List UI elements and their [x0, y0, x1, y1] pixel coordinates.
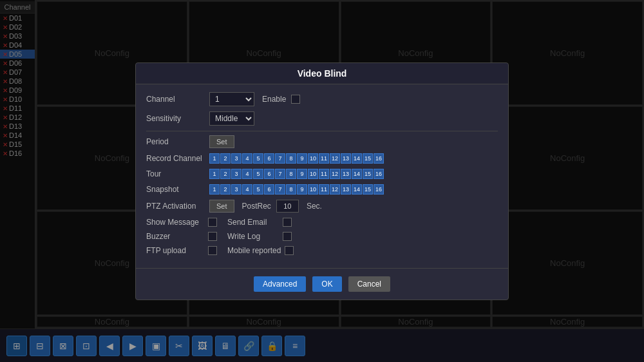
ch-btn-7[interactable]: 7: [275, 184, 285, 195]
ch-btn-7[interactable]: 7: [275, 169, 285, 179]
period-row: Period Set: [146, 135, 498, 148]
ch-btn-5[interactable]: 5: [253, 169, 263, 179]
ftp-sub: FTP upload: [146, 246, 217, 255]
ch-btn-16[interactable]: 16: [374, 184, 384, 195]
ch-btn-9[interactable]: 9: [297, 184, 307, 195]
show-message-checkbox[interactable]: [208, 218, 217, 227]
ch-btn-10[interactable]: 10: [308, 153, 318, 164]
record-channel-row: Record Channel 12345678910111213141516: [146, 153, 498, 164]
ch-btn-5[interactable]: 5: [253, 153, 263, 164]
ch-btn-14[interactable]: 14: [352, 184, 362, 195]
ptz-label: PTZ Activation: [146, 202, 204, 211]
buzzer-checkbox[interactable]: [208, 232, 217, 241]
channel-row: Channel 1234 Enable: [146, 92, 498, 106]
ch-btn-13[interactable]: 13: [341, 184, 351, 195]
snapshot-grid: 12345678910111213141516: [209, 184, 384, 195]
send-email-checkbox[interactable]: [283, 218, 292, 227]
record-channel-label: Record Channel: [146, 154, 204, 163]
ch-btn-4[interactable]: 4: [242, 184, 252, 195]
record-channel-grid: 12345678910111213141516: [209, 153, 384, 164]
ch-btn-10[interactable]: 10: [308, 184, 318, 195]
sec-label: Sec.: [307, 202, 322, 211]
snapshot-label: Snapshot: [146, 185, 204, 194]
ch-btn-1[interactable]: 1: [209, 169, 220, 179]
snapshot-row: Snapshot 12345678910111213141516: [146, 184, 498, 195]
ch-btn-12[interactable]: 12: [330, 169, 340, 179]
ch-btn-6[interactable]: 6: [264, 169, 274, 179]
modal-title: Video Blind: [136, 63, 508, 84]
show-message-row: Show Message Send Email: [146, 218, 498, 227]
postrec-label: PostRec: [242, 202, 271, 211]
tour-grid: 12345678910111213141516: [209, 169, 384, 179]
mobile-checkbox[interactable]: [285, 246, 294, 255]
ch-btn-13[interactable]: 13: [341, 153, 351, 164]
ch-btn-4[interactable]: 4: [242, 153, 252, 164]
ch-btn-2[interactable]: 2: [220, 184, 231, 195]
buzzer-row: Buzzer Write Log: [146, 232, 498, 241]
sensitivity-select[interactable]: LowMiddleHigh: [209, 111, 254, 126]
ch-btn-11[interactable]: 11: [319, 184, 329, 195]
ch-btn-5[interactable]: 5: [253, 184, 263, 195]
write-log-checkbox[interactable]: [283, 232, 292, 241]
buzzer-sub: Buzzer: [146, 232, 217, 241]
ptz-set-btn[interactable]: Set: [209, 200, 234, 213]
period-set-btn[interactable]: Set: [209, 135, 234, 148]
ch-btn-11[interactable]: 11: [319, 169, 329, 179]
ch-btn-10[interactable]: 10: [308, 169, 318, 179]
ch-btn-7[interactable]: 7: [275, 153, 285, 164]
main-background: Channel ✕D01✕D02✕D03✕D04✕D05✕D06✕D07✕D08…: [0, 0, 644, 362]
ftp-group: FTP upload Mobile reported: [146, 246, 294, 255]
ch-btn-11[interactable]: 11: [319, 153, 329, 164]
ftp-label: FTP upload: [146, 246, 204, 255]
show-message-group: Show Message Send Email: [146, 218, 292, 227]
ch-btn-12[interactable]: 12: [330, 153, 340, 164]
ptz-row: PTZ Activation Set PostRec Sec.: [146, 200, 498, 213]
ch-btn-16[interactable]: 16: [374, 153, 384, 164]
write-log-sub: Write Log: [227, 232, 292, 241]
ch-btn-6[interactable]: 6: [264, 184, 274, 195]
enable-checkbox[interactable]: [291, 95, 300, 104]
ch-btn-14[interactable]: 14: [352, 153, 362, 164]
ch-btn-15[interactable]: 15: [363, 153, 373, 164]
postrec-input[interactable]: [276, 200, 299, 213]
ch-btn-8[interactable]: 8: [286, 153, 296, 164]
ch-btn-2[interactable]: 2: [220, 169, 231, 179]
enable-label: Enable: [262, 95, 286, 104]
ch-btn-1[interactable]: 1: [209, 184, 220, 195]
ch-btn-3[interactable]: 3: [231, 153, 242, 164]
channel-label: Channel: [146, 95, 204, 104]
cancel-button[interactable]: Cancel: [348, 276, 390, 292]
ch-btn-3[interactable]: 3: [231, 184, 242, 195]
ch-btn-1[interactable]: 1: [209, 153, 220, 164]
divider1: [146, 131, 498, 131]
modal-body: Channel 1234 Enable Sensitivity LowMiddl…: [136, 84, 508, 268]
ch-btn-16[interactable]: 16: [374, 169, 384, 179]
show-message-label: Show Message: [146, 218, 204, 227]
channel-select[interactable]: 1234: [209, 92, 254, 106]
send-email-sub: Send Email: [227, 218, 292, 227]
ch-btn-14[interactable]: 14: [352, 169, 362, 179]
ch-btn-15[interactable]: 15: [363, 184, 373, 195]
ch-btn-13[interactable]: 13: [341, 169, 351, 179]
ch-btn-15[interactable]: 15: [363, 169, 373, 179]
ch-btn-8[interactable]: 8: [286, 169, 296, 179]
sensitivity-label: Sensitivity: [146, 114, 204, 123]
ch-btn-3[interactable]: 3: [231, 169, 242, 179]
video-blind-modal: Video Blind Channel 1234 Enable Sensitiv…: [135, 62, 509, 300]
ok-button[interactable]: OK: [312, 276, 341, 292]
ch-btn-9[interactable]: 9: [297, 169, 307, 179]
ch-btn-12[interactable]: 12: [330, 184, 340, 195]
mobile-label: Mobile reported: [227, 246, 281, 255]
tour-label: Tour: [146, 169, 204, 178]
ftp-checkbox[interactable]: [208, 246, 217, 255]
ch-btn-8[interactable]: 8: [286, 184, 296, 195]
ch-btn-9[interactable]: 9: [297, 153, 307, 164]
period-label: Period: [146, 137, 204, 146]
sensitivity-row: Sensitivity LowMiddleHigh: [146, 111, 498, 126]
ch-btn-4[interactable]: 4: [242, 169, 252, 179]
advanced-button[interactable]: Advanced: [254, 276, 306, 292]
ch-btn-6[interactable]: 6: [264, 153, 274, 164]
write-log-label: Write Log: [227, 232, 279, 241]
ch-btn-2[interactable]: 2: [220, 153, 231, 164]
tour-row: Tour 12345678910111213141516: [146, 169, 498, 179]
